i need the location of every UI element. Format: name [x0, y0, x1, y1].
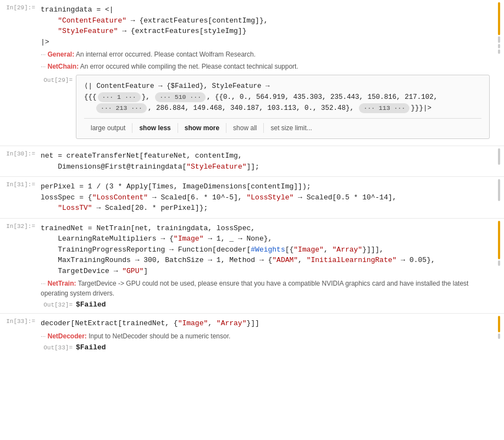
in29-error-netchain: ··· NetChain: An error occured while com… — [41, 62, 490, 71]
in33-error-netdecoder: ··· NetDecoder: Input to NetDecoder shou… — [41, 331, 490, 341]
in32-content: trainedNet = NetTrain[net, trainingdata,… — [38, 219, 494, 314]
in32-right-bar — [494, 219, 504, 314]
in32-code: trainedNet = NetTrain[net, trainingdata,… — [41, 223, 490, 277]
in29-content: trainingdata = <| "ContentFeature" → {ex… — [38, 0, 494, 146]
bar-gray-1 — [498, 36, 500, 43]
in33-label: In[33]:= — [0, 314, 38, 356]
in31-code: perPixel = 1 / (3 * Apply[Times, ImageDi… — [41, 181, 490, 214]
pill-510: ··· 510 ··· — [155, 92, 206, 102]
out29-line2: {{{··· 1 ···}, ··· 510 ···, {{0., 0., 56… — [84, 92, 481, 103]
cell-in30: In[30]:= net = createTransferNet[feature… — [0, 146, 504, 176]
bar-gray-33b — [498, 333, 500, 339]
pill-113: ··· 113 ··· — [359, 103, 409, 113]
cell-in32: In[32]:= trainedNet = NetTrain[net, trai… — [0, 218, 504, 314]
code-text: trainingdata = <| "ContentFeature" → {ex… — [41, 5, 268, 46]
out33-row: Out[33]= $Failed — [41, 343, 490, 352]
bar-orange-1 — [498, 2, 500, 35]
in29-code: trainingdata = <| "ContentFeature" → {ex… — [41, 4, 490, 47]
out33-failed: $Failed — [76, 343, 106, 352]
bar-gray-32b — [498, 260, 500, 266]
pill-1: ··· 1 ··· — [98, 92, 141, 102]
bar-gray-3 — [498, 49, 500, 54]
out29-box: ⟨| ContentFeature → {$Failed}, StyleFeat… — [76, 75, 490, 139]
out29-label: Out[29]= — [41, 71, 73, 83]
show-more-btn[interactable]: show more — [178, 123, 226, 133]
in31-right-bar — [494, 177, 504, 218]
out32-row: Out[32]= $Failed — [41, 300, 490, 309]
in30-right-bar — [494, 146, 504, 176]
in31-content: perPixel = 1 / (3 * Apply[Times, ImageDi… — [38, 177, 494, 218]
set-size-limit-btn[interactable]: set size limit... — [264, 123, 318, 133]
bar-gray-2 — [498, 44, 500, 48]
large-output-btn[interactable]: large output — [84, 123, 132, 133]
in32-error-nettrain: ··· NetTrain: TargetDevice -> GPU could … — [41, 279, 490, 298]
bar-orange-33 — [498, 316, 500, 332]
show-all-btn[interactable]: show all — [226, 123, 264, 133]
in29-error-general: ··· General: An internal error occurred.… — [41, 49, 490, 59]
in30-content: net = createTransferNet[featureNet, cont… — [38, 146, 494, 176]
cell-in29: In[29]:= trainingdata = <| "ContentFeatu… — [0, 0, 504, 146]
pill-213: ··· 213 ··· — [96, 103, 147, 113]
in33-code: decoder[NetExtract[trainedNet, {"Image",… — [41, 318, 490, 329]
in30-code: net = createTransferNet[featureNet, cont… — [41, 151, 490, 172]
cell-in31: In[31]:= perPixel = 1 / (3 * Apply[Times… — [0, 176, 504, 218]
bar-gray-30 — [498, 148, 500, 165]
bar-orange-32 — [498, 221, 500, 259]
out29-row: Out[29]= ⟨| ContentFeature → {$Failed}, … — [41, 71, 490, 141]
out33-label: Out[33]= — [41, 343, 73, 351]
in29-right-bar — [494, 0, 504, 146]
in29-label: In[29]:= — [0, 0, 38, 146]
cells-container: In[29]:= trainingdata = <| "ContentFeatu… — [0, 0, 504, 440]
out29-line1: ⟨| ContentFeature → {$Failed}, StyleFeat… — [84, 81, 481, 92]
in33-content: decoder[NetExtract[trainedNet, {"Image",… — [38, 314, 494, 356]
bar-gray-31 — [498, 179, 500, 201]
show-less-btn[interactable]: show less — [132, 123, 178, 133]
in33-right-bar — [494, 314, 504, 356]
in30-label: In[30]:= — [0, 146, 38, 176]
notebook: In[29]:= trainingdata = <| "ContentFeatu… — [0, 0, 504, 440]
in32-label: In[32]:= — [0, 219, 38, 314]
out32-failed: $Failed — [76, 300, 106, 309]
out29-buttons: large output show less show more show al… — [84, 118, 481, 133]
in31-label: In[31]:= — [0, 177, 38, 218]
out32-label: Out[32]= — [41, 300, 73, 308]
out29-line3: ··· 213 ···, 286.884, 149.468, 340.187, … — [84, 103, 481, 114]
cell-in33: In[33]:= decoder[NetExtract[trainedNet, … — [0, 313, 504, 356]
